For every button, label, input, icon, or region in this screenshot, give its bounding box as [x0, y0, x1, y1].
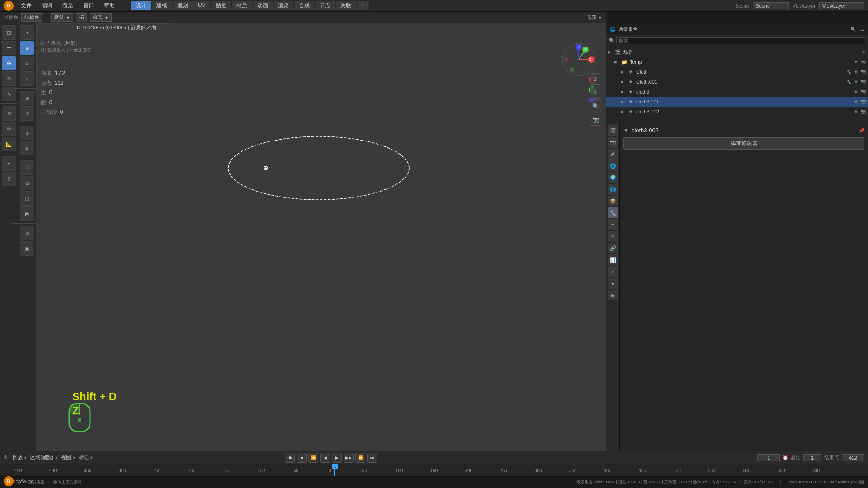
view-camera-btn[interactable]: 📷 — [590, 114, 601, 126]
tool-extra-3[interactable]: ⟳ — [20, 56, 34, 70]
tool-extra-10[interactable]: ⊟ — [20, 176, 34, 190]
tool-extra-5[interactable]: ⊞ — [20, 91, 34, 105]
coord-type-dropdown[interactable]: 默认 ▼ — [51, 13, 73, 22]
tool-extra-9[interactable]: ⬛ — [20, 160, 34, 175]
scene-vis-icon[interactable]: 👁 — [860, 49, 866, 55]
tree-item-cloth001[interactable]: ▶ ▼ Cloth.001 🔧 👁 📷 — [606, 77, 868, 87]
options-btn[interactable]: 选项 ▼ — [587, 14, 602, 21]
cloth001-vis-icon[interactable]: 👁 — [853, 79, 859, 85]
prop-constraints-icon[interactable]: 🔗 — [608, 243, 618, 253]
cloth-vis-icon[interactable]: 👁 — [853, 69, 859, 75]
select-tool[interactable]: ◻ — [2, 25, 16, 40]
rotate-tool[interactable]: ↻ — [2, 71, 16, 86]
extrude-tool[interactable]: ⬆ — [2, 172, 16, 186]
tool-extra-13[interactable]: ⊠ — [20, 226, 34, 240]
prop-object-icon[interactable]: 📦 — [608, 196, 618, 206]
tool-extra-4[interactable]: ⤡ — [20, 71, 34, 86]
tab-nodes[interactable]: 节点 — [315, 1, 335, 10]
play-btn[interactable]: ▶ — [332, 453, 342, 463]
prev-frame-btn[interactable]: ◀ — [320, 453, 330, 463]
add-modifier-button[interactable]: 添加修改器 — [623, 137, 864, 150]
prop-particles-icon[interactable]: ✦ — [608, 219, 618, 230]
menu-render[interactable]: 渲染 — [61, 1, 75, 10]
tab-design[interactable]: 设计 — [131, 1, 151, 10]
snap-button[interactable]: 拓 — [76, 13, 87, 22]
outliner-search-input[interactable] — [616, 37, 865, 44]
transform-tool[interactable]: ⟲ — [2, 106, 16, 121]
record-btn[interactable]: ⏺ — [285, 453, 295, 463]
tree-item-cloth3002[interactable]: ▶ ▼ cloth3.002 👁 📷 — [606, 107, 868, 117]
tab-uv[interactable]: UV — [193, 1, 210, 10]
tool-extra-7[interactable]: ⊚ — [20, 126, 34, 140]
cloth001-mod-icon[interactable]: 🔧 — [845, 79, 852, 85]
tab-compositing[interactable]: 合成 — [294, 1, 314, 10]
tab-texture[interactable]: 贴图 — [211, 1, 231, 10]
view-dropdown[interactable]: 视图 ▼ — [61, 454, 76, 461]
tool-extra-8[interactable]: ◎ — [20, 141, 34, 155]
prop-material-icon[interactable]: ● — [608, 266, 618, 277]
menu-help[interactable]: 帮助 — [102, 1, 117, 10]
tool-extra-14[interactable]: ▣ — [20, 241, 34, 256]
temp-vis-icon[interactable]: 👁 — [853, 59, 859, 65]
move-tool[interactable]: ⊕ — [2, 56, 16, 70]
tool-extra-12[interactable]: ◩ — [20, 206, 34, 221]
add-tool[interactable]: + — [2, 156, 16, 171]
tab-add[interactable]: + — [357, 1, 369, 10]
scale-tool[interactable]: ⤡ — [2, 87, 16, 101]
range-dropdown[interactable]: 区域(帧数) ▼ — [30, 454, 58, 461]
cloth-mod-icon[interactable]: 🔧 — [845, 69, 852, 75]
prop-scene-icon[interactable]: 🎬 — [608, 125, 618, 136]
tree-item-temp[interactable]: ▶ 📁 Temp 👁 📷 — [606, 57, 868, 67]
cloth3002-vis-icon[interactable]: 👁 — [853, 108, 859, 115]
step-fwd-btn[interactable]: ⏩ — [355, 453, 365, 463]
nav-gizmo[interactable]: X Y Z — [561, 42, 597, 78]
tree-item-cloth3001[interactable]: ▶ ▼ cloth3.001 👁 📷 — [606, 97, 868, 107]
cloth001-render-icon[interactable]: 📷 — [860, 79, 866, 85]
tool-extra-1[interactable]: ✦ — [20, 25, 34, 40]
tab-scripting[interactable]: 关联 — [336, 1, 356, 10]
view-ortho-btn[interactable]: ⊞ — [590, 87, 601, 99]
tab-material[interactable]: 材质 — [232, 1, 252, 10]
start-frame-input[interactable] — [803, 454, 821, 461]
current-frame-input[interactable] — [757, 454, 780, 461]
prop-view-layer-icon[interactable]: 🌐 — [608, 160, 618, 171]
cloth3-render-icon[interactable]: 📷 — [860, 89, 866, 95]
scene-input[interactable] — [753, 2, 789, 9]
clock-icon[interactable]: ⏰ — [783, 455, 788, 460]
viewport[interactable]: D: 0.0488 m (0.0488 m) 沿局部 Z 向 用户透视（局部） … — [36, 23, 606, 476]
tool-extra-6[interactable]: ⊡ — [20, 106, 34, 121]
cloth3002-render-icon[interactable]: 📷 — [860, 108, 866, 115]
timeline-icon[interactable]: ⏱ — [4, 455, 8, 460]
outliner-filter-icon[interactable]: 🔍 — [850, 27, 856, 32]
tree-item-scene[interactable]: ▶ 🎬 场景 👁 — [606, 47, 868, 57]
prop-output-icon[interactable]: 🖨 — [608, 149, 618, 160]
cloth-render-icon[interactable]: 📷 — [860, 69, 866, 75]
measure-tool[interactable]: 📐 — [2, 137, 16, 151]
next-frame-btn[interactable]: ▶▶ — [344, 453, 354, 463]
prop-scene2-icon[interactable]: 🌍 — [608, 172, 618, 183]
tab-model[interactable]: 建模 — [152, 1, 172, 10]
end-frame-input[interactable] — [842, 454, 864, 461]
tab-sculpt[interactable]: 雕刻 — [173, 1, 193, 10]
tab-animation[interactable]: 动画 — [253, 1, 273, 10]
prop-obj-data-icon[interactable]: ⊞ — [608, 290, 618, 300]
timeline-track[interactable]: -450 -400 -350 -300 -250 -200 -150 -100 … — [0, 464, 868, 477]
prop-world-icon[interactable]: 🌐 — [608, 184, 618, 195]
prop-render-icon[interactable]: 📷 — [608, 137, 618, 148]
tool-extra-2[interactable]: ⊕ — [20, 41, 34, 55]
select-dropdown[interactable]: 框选 ▼ — [90, 13, 112, 22]
skip-start-btn[interactable]: ⏮ — [297, 453, 307, 463]
menu-edit[interactable]: 编辑 — [40, 1, 54, 10]
prop-physics-icon[interactable]: ⚛ — [608, 231, 618, 242]
tree-item-cloth3[interactable]: ▶ ▼ cloth3 👁 📷 — [606, 87, 868, 97]
step-back-btn[interactable]: ⏪ — [308, 453, 318, 463]
cloth3001-render-icon[interactable]: 📷 — [860, 99, 866, 105]
prop-modifiers-icon[interactable]: 🔧 — [608, 207, 618, 218]
outliner-menu-icon[interactable]: ☰ — [860, 27, 864, 32]
menu-file[interactable]: 文件 — [19, 1, 33, 10]
tool-extra-11[interactable]: ◫ — [20, 191, 34, 206]
cloth3-vis-icon[interactable]: 👁 — [853, 89, 859, 95]
prop-pin-icon[interactable]: 📌 — [859, 128, 864, 133]
prop-shader-icon[interactable]: ● — [608, 278, 618, 289]
coord-system-dropdown[interactable]: 坐标系 — [21, 13, 42, 22]
